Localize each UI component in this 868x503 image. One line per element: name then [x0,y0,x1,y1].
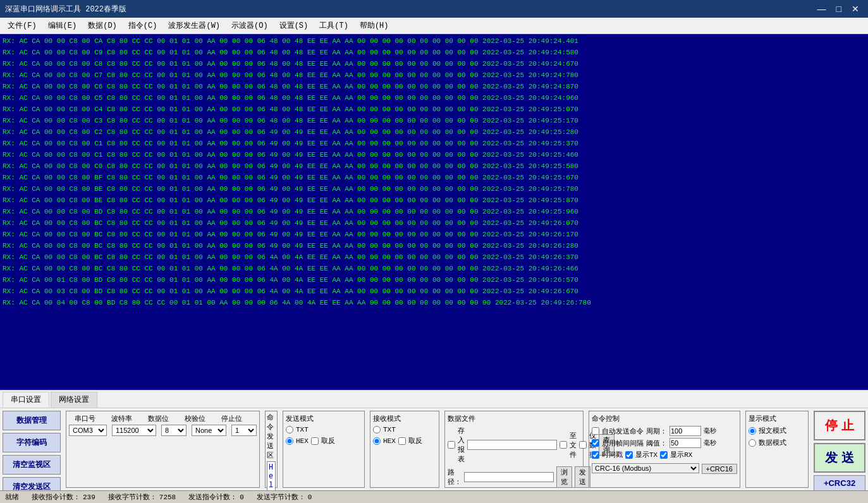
data-display-area[interactable]: RX: AC CA 00 00 C8 00 CA C8 80 CC CC 00 … [0,34,868,390]
config-area: 数据管理 字符编码 清空监视区 清空发送区 清空计数器 串口号 波特率 数据位 … [0,408,868,490]
timestamp-row: 时间戳 显示TX 显示RX [592,450,737,459]
tab-serial-settings[interactable]: 串口设置 [3,392,49,408]
frame-mode-radio-input[interactable] [749,427,756,435]
show-rx-check[interactable] [660,451,668,459]
data-line: RX: AC CA 00 00 C8 00 BF C8 80 CC CC 00 … [3,172,865,183]
enable-interval-check[interactable] [592,439,599,447]
data-file-panel: 数据文件 存入报表 至文件 仅数据 查询 路径： 浏览 发送 [444,411,584,488]
recv-mode-panel: 接收模式 TXT HEX 取反 [370,411,439,488]
char-encode-button[interactable]: 字符编码 [3,433,61,452]
cmd-control-title: 命令控制 [592,414,737,423]
to-file-label: 至文件 [570,431,577,459]
data-mode-radio-input[interactable] [749,439,756,447]
crc16-button[interactable]: +CRC16 [702,464,738,474]
recv-mode-title: 接收模式 [373,414,436,423]
tab-network-settings[interactable]: 网络设置 [51,392,97,408]
auto-send-row: 自动发送命令 周期： 毫秒 [592,426,737,436]
parity-select[interactable]: None [192,425,226,436]
crc32-button[interactable]: +CRC32 [814,475,865,491]
menu-item-c[interactable]: 指令(C) [123,19,162,32]
clear-monitor-button[interactable]: 清空监视区 [3,455,61,475]
data-line: RX: AC CA 00 00 C8 00 C0 C8 80 CC CC 00 … [3,161,865,172]
close-button[interactable]: ✕ [848,4,863,14]
data-line: RX: AC CA 00 00 C8 00 C3 C8 80 CC CC 00 … [3,115,865,126]
recv-hex-radio[interactable]: HEX 取反 [373,436,436,445]
send-txt-radio[interactable]: TXT [286,426,362,433]
data-line: RX: AC CA 00 00 C8 00 BE C8 80 CC CC 00 … [3,183,865,195]
crc-method-select[interactable]: CRC-16 (Modbus) [592,463,699,473]
send-txt-label: TXT [296,426,309,433]
recv-txt-label: TXT [383,426,396,433]
send-mode-radios: TXT HEX 取反 [286,426,362,445]
send-big-button[interactable]: 发 送 [814,443,865,473]
command-input[interactable]: Hello World! [267,461,276,493]
recv-txt-radio[interactable]: TXT [373,426,436,433]
send-hex-radio-input[interactable] [286,437,293,445]
recv-reverse-check[interactable] [398,437,406,445]
enable-interval-label: 启用帧间间隔 [602,439,644,448]
menu-item-h[interactable]: 帮助(H) [355,19,394,32]
port-select[interactable]: COM3 [69,425,107,436]
period-input[interactable] [669,426,701,436]
send-mode-panel: 发送模式 TXT HEX 取反 [283,411,365,488]
report-file-input[interactable] [467,440,557,450]
data-line: RX: AC CA 00 00 C8 00 C2 C8 80 CC CC 00 … [3,126,865,138]
data-line: RX: AC CA 00 00 C8 00 CA C8 80 CC CC 00 … [3,35,865,47]
serial-controls-row: COM3 115200 8 None 1 [69,425,257,436]
data-line: RX: AC CA 00 03 C8 00 BD C8 80 CC CC 00 … [3,286,865,297]
show-tx-check[interactable] [625,451,633,459]
auto-send-label: 自动发送命令 [602,427,644,436]
data-manage-button[interactable]: 数据管理 [3,411,61,430]
data-mode-radio[interactable]: 数据模式 [749,438,805,447]
save-report-row: 存入报表 至文件 仅数据 查询 [448,426,580,464]
auto-send-check[interactable] [592,427,599,435]
stopbits-select[interactable]: 1 [231,425,257,436]
databits-select[interactable]: 8 [161,425,186,436]
recv-txt-radio-input[interactable] [373,426,381,433]
save-report-check[interactable] [448,441,455,449]
window-controls: — □ ✕ [814,4,863,14]
menu-item-e[interactable]: 编辑(E) [43,19,82,32]
recv-char-count: 接收字节计数： 7258 [108,492,176,502]
data-line: RX: AC CA 00 00 C8 00 C9 C8 80 CC CC 00 … [3,47,865,58]
data-line: RX: AC CA 00 01 C8 00 BD C8 80 CC CC 00 … [3,274,865,286]
baud-label: 波特率 [106,414,137,423]
menu-item-f[interactable]: 文件(F) [3,19,42,32]
recv-char-value: 7258 [159,494,176,501]
to-file-check[interactable] [559,441,567,449]
send-reverse-check[interactable] [311,437,319,445]
menu-item-d[interactable]: 数据(D) [83,19,122,32]
baud-select[interactable]: 115200 [112,425,156,436]
minimize-button[interactable]: — [814,4,830,14]
timestamp-check[interactable] [592,451,599,459]
port-label: 串口号 [69,414,101,423]
maximize-button[interactable]: □ [833,4,845,14]
frame-mode-radio[interactable]: 报文模式 [749,426,805,435]
stop-button[interactable]: 停 止 [814,411,865,440]
send-hex-radio[interactable]: HEX 取反 [286,436,362,445]
send-hex-label: HEX [296,437,309,445]
browse-button[interactable]: 浏览 [556,466,572,488]
threshold-unit: 毫秒 [704,439,716,447]
data-only-check[interactable] [579,441,587,449]
menu-item-t[interactable]: 工具(T) [314,19,353,32]
menu-item-s[interactable]: 设置(S) [274,19,314,32]
send-txt-radio-input[interactable] [286,426,293,433]
send-instruct-label: 发送指令计数： [188,492,237,502]
recv-hex-radio-input[interactable] [373,437,381,445]
left-buttons-panel: 数据管理 字符编码 清空监视区 清空发送区 清空计数器 [0,408,63,490]
send-mode-title: 发送模式 [286,414,362,423]
title-bar: 深蓝串口网络调示工具 2022春季版 — □ ✕ [0,0,868,18]
threshold-input[interactable] [669,438,701,448]
menu-item-w[interactable]: 波形发生器(W) [163,19,225,32]
data-line: RX: AC CA 00 00 C8 00 BC C8 80 CC CC 00 … [3,240,865,252]
data-line: RX: AC CA 00 00 C8 00 BD C8 80 CC CC 00 … [3,206,865,217]
stopbits-label: 停止位 [216,414,247,423]
menu-item-o[interactable]: 示波器(O) [226,19,273,32]
save-report-label: 存入报表 [458,426,465,464]
send-char-label: 发送字节计数： [257,492,305,502]
send-instruct-value: 0 [240,494,244,501]
path-input[interactable] [464,472,554,482]
command-area: 命令发送区 Hello World! [265,411,278,488]
crc-method-row: CRC-16 (Modbus) +CRC16 [592,461,737,474]
